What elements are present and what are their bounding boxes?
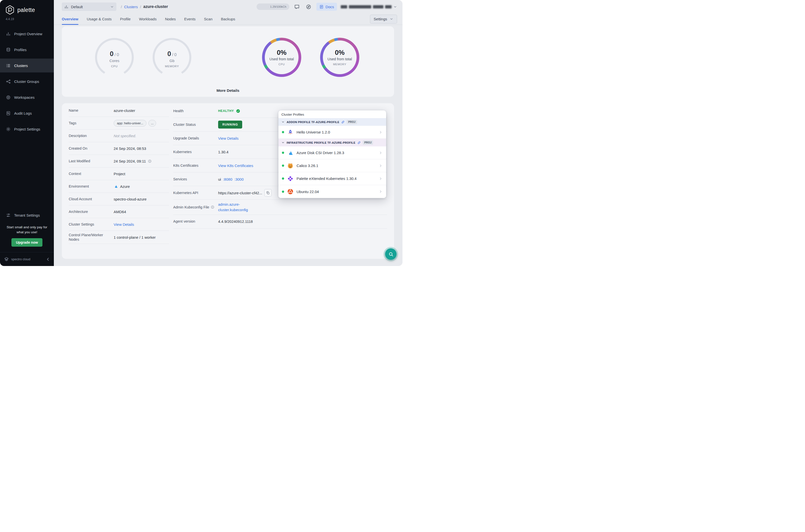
chat-button[interactable] [293,3,301,11]
service-port-link[interactable]: :8080 [223,177,232,182]
app-version: 4.4.19 [0,15,54,21]
tab-usage-costs[interactable]: Usage & Costs [87,13,112,24]
profile-item-palette-extended-kubernetes-1-30-4[interactable]: Palette eXtended Kubernetes 1.30.4 [279,172,386,185]
detail-value: 4.4.9/20240912.1118 [218,220,253,224]
donut-percent: 0% [335,49,344,57]
docs-button[interactable]: Docs [317,3,337,11]
sidebar-item-profiles[interactable]: Profiles [0,43,54,57]
list-icon [6,63,11,68]
upgrade-now-button[interactable]: Upgrade now [12,238,42,247]
link-icon[interactable] [341,120,345,124]
search-fab-button[interactable] [385,248,397,260]
sidebar-item-cluster-groups[interactable]: Cluster Groups [0,74,54,88]
sidebar-item-clusters[interactable]: Clusters [0,59,54,73]
tab-workloads[interactable]: Workloads [139,13,157,24]
chev-right-icon [379,164,383,168]
sidebar-item-project-settings[interactable]: Project Settings [0,122,54,136]
tab-overview[interactable]: Overview [62,13,78,24]
chat-icon [294,4,300,10]
detail-label: Cluster Settings [69,222,114,227]
link-icon[interactable] [357,141,361,145]
status-dot [282,191,284,193]
donut-caption: MEMORY [333,63,346,66]
sidebar-item-label: Project Overview [14,32,42,36]
sidebar-collapse-button[interactable] [45,257,50,262]
detail-value: 24 Sep 2024, 09:11 [114,159,146,163]
cluster-status-badge: RUNNING [218,120,242,129]
account-menu[interactable] [341,5,397,9]
detail-label: Upgrade Details [173,136,218,140]
sidebar-item-tenant-settings[interactable]: Tenant Settings [0,209,54,221]
tab-backups[interactable]: Backups [221,13,235,24]
profile-item-name: Ubuntu 22.04 [296,190,376,194]
tab-scan[interactable]: Scan [204,13,212,24]
detail-value-cell: View Details [114,222,169,227]
azure-icon [114,184,118,189]
upgrade-details-link[interactable]: View Details [218,136,238,140]
profile-item-azure-disk-csi-driver-1-28-3[interactable]: Azure Disk CSI Driver 1.28.3 [279,146,386,159]
chevron-down-icon [393,5,397,9]
status-dot [282,152,284,154]
tab-label: Scan [204,17,212,21]
settings-label: Settings [374,17,387,21]
cluster-settings-link[interactable]: View Details [114,222,134,227]
profile-item-ubuntu-22-04[interactable]: Ubuntu 22.04 [279,185,386,198]
detail-row-tags: Tags app: hello-univer...... [69,117,169,130]
project-selector[interactable]: Default [62,2,116,11]
profile-item-name: Calico 3.26.1 [296,164,376,168]
tab-profile[interactable]: Profile [120,13,131,24]
detail-label: Cloud Account [69,197,114,201]
detail-label: Context [69,171,114,176]
profile-item-calico-3-26-1[interactable]: Calico 3.26.1 [279,159,386,172]
profile-item-hello-universe-1-2-0[interactable]: Hello Universe 1.2.0 [279,126,386,139]
tenant-settings-icon [6,213,11,217]
donut-label: Used from total [269,57,294,61]
copilot-button[interactable] [305,3,313,11]
cpu-gauge: 0/0 Cores CPU [95,38,134,77]
detail-value: Project [114,172,125,176]
detail-label: Control Plane/Worker Nodes [69,233,114,242]
breadcrumb-clusters-link[interactable]: Clusters [124,5,138,9]
sidebar-item-project-overview[interactable]: Project Overview [0,27,54,41]
service-port-link[interactable]: :3000 [234,177,244,182]
tab-nodes[interactable]: Nodes [165,13,176,24]
detail-label: Tags [69,121,114,125]
sidebar-item-workspaces[interactable]: Workspaces [0,90,54,104]
project-scope-icon [64,5,69,9]
info-icon[interactable] [148,159,152,163]
profile-section-infra[interactable]: INFRASTRUCTURE PROFILE TF-AZURE-PROFILE … [279,139,386,146]
content-area: 0/0 Cores CPU 0/0 Gb MEMORY 0% Used from… [54,25,402,266]
detail-value-cell: 24 Sep 2024, 09:11 [114,159,169,163]
info-icon[interactable] [211,205,214,209]
settings-button[interactable]: Settings [370,15,397,23]
tab-label: Events [184,17,195,21]
donut-caption: CPU [279,63,285,66]
detail-value: Azure [120,184,130,189]
copy-button[interactable] [264,189,272,196]
topbar-right: 1.29/100kCh Docs [256,3,397,11]
donuts: 0% Used from total CPU 0% Used from tota… [262,38,359,77]
breadcrumb-separator: / [140,5,141,9]
detail-label: Kubernetes API [173,191,218,195]
kubeconfig-link[interactable]: admin.azure-cluster.kubeconfig [218,202,252,213]
azure-icon [287,150,293,156]
k8s-certificates-link[interactable]: View K8s Certificates [218,164,253,168]
tab-label: Overview [62,17,78,21]
sidebar-item-audit-logs[interactable]: Audit Logs [0,106,54,120]
profile-section-addon[interactable]: ADDON PROFILE TF-AZURE-PROFILE PROJ [279,118,386,126]
detail-row-control-plane-worker-nodes: Control Plane/Worker Nodes 1 control-pla… [69,231,169,244]
more-details-button[interactable]: More Details [216,88,239,93]
detail-row-cluster-settings: Cluster Settings View Details [69,218,169,231]
docs-label: Docs [326,5,334,9]
tags-overflow-chip[interactable]: ... [148,120,156,127]
chev-right-icon [379,130,383,134]
donut-percent: 0% [277,49,286,57]
detail-label: Last Modified [69,159,114,163]
doc-search-icon [6,111,11,116]
detail-value-cell: admin.azure-cluster.kubeconfig [218,202,387,213]
redacted-account-info [373,5,383,8]
detail-value-cell: azure-cluster [114,109,169,113]
profile-item-name: Palette eXtended Kubernetes 1.30.4 [296,176,376,180]
tab-events[interactable]: Events [184,13,195,24]
detail-value-cell: Not specified. [114,134,169,138]
